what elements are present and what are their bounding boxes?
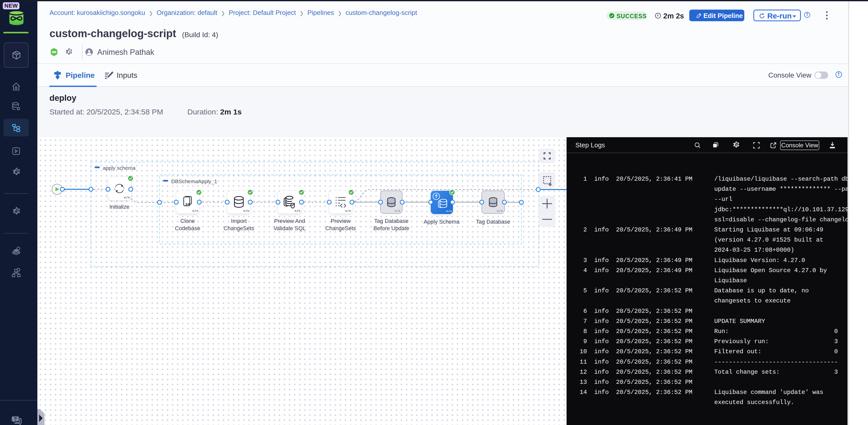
svg-text:Initialize: Initialize xyxy=(109,204,129,210)
svg-text:</>: </> xyxy=(345,209,351,213)
svg-text:Apply Schema: Apply Schema xyxy=(424,219,460,225)
svg-text:Preview: Preview xyxy=(331,218,350,224)
svg-text:</>: </> xyxy=(243,209,249,213)
svg-text:Tag Database: Tag Database xyxy=(374,218,408,224)
svg-text:DBSchemaApply_1: DBSchemaApply_1 xyxy=(171,178,217,185)
svg-text:ChangeSets: ChangeSets xyxy=(223,225,254,231)
svg-text:Before Update: Before Update xyxy=(373,225,409,231)
svg-text:Preview And: Preview And xyxy=(274,218,305,224)
svg-text:?: ? xyxy=(14,416,17,422)
svg-text:</>: </> xyxy=(497,209,503,213)
svg-text:Validate SQL: Validate SQL xyxy=(273,225,306,231)
svg-text:Import: Import xyxy=(231,218,247,224)
svg-text:apply schema: apply schema xyxy=(103,165,135,171)
svg-text:</>: </> xyxy=(395,209,401,213)
svg-text:</>: </> xyxy=(446,209,452,213)
svg-text:Tag Database: Tag Database xyxy=(476,219,510,225)
svg-text:Codebase: Codebase xyxy=(175,225,200,231)
svg-text:Clone: Clone xyxy=(180,218,195,224)
svg-text:</>: </> xyxy=(192,209,198,213)
svg-text:</>: </> xyxy=(124,196,130,200)
svg-text:ChangeSets: ChangeSets xyxy=(325,225,356,231)
svg-text:</>: </> xyxy=(294,209,301,213)
